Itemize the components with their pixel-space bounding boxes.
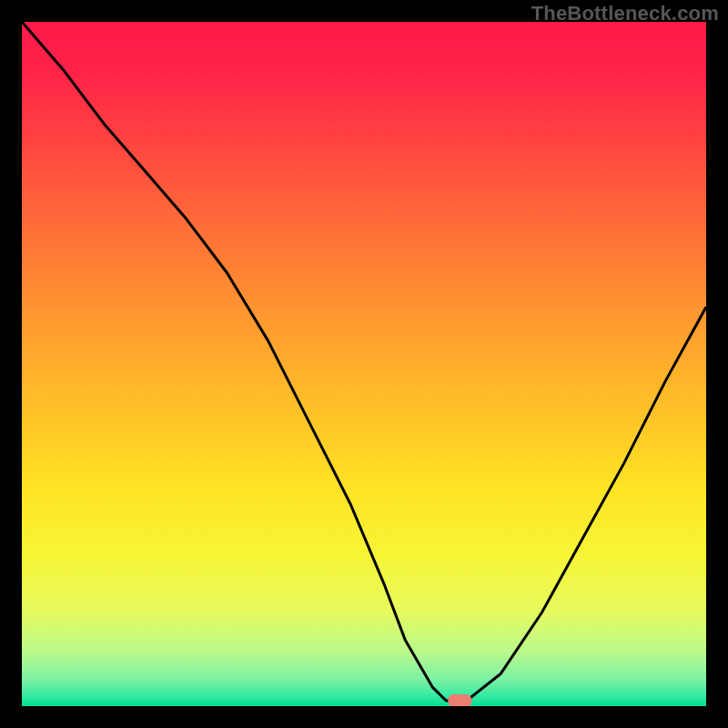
chart-frame: TheBottleneck.com	[0, 0, 728, 728]
bottleneck-chart	[22, 22, 706, 706]
gradient-background	[22, 22, 706, 706]
optimal-point-marker	[448, 694, 471, 706]
